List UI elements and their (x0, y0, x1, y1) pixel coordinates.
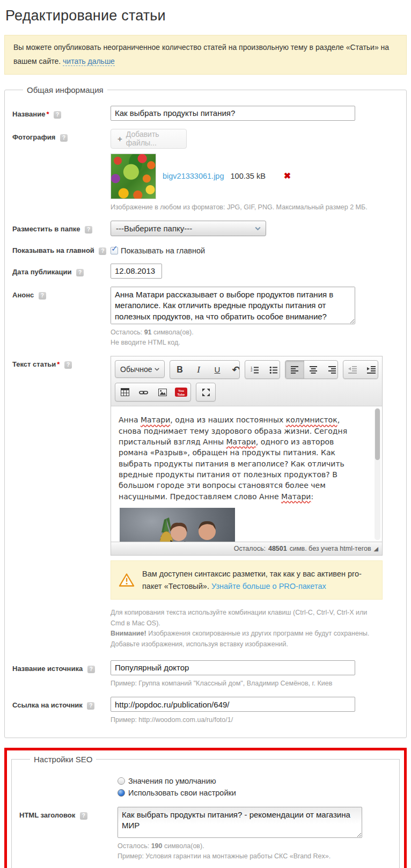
source-link-input[interactable] (111, 697, 355, 712)
pub-date-input[interactable] (111, 264, 162, 279)
align-center-icon (310, 366, 318, 374)
undo-button[interactable]: ↶ (226, 361, 240, 378)
html-title-row: HTML заголовок ? Как выбрать продукты пи… (19, 807, 392, 862)
photo-thumbnail[interactable] (111, 154, 156, 199)
help-icon[interactable]: ? (99, 247, 106, 255)
help-icon[interactable]: ? (76, 269, 84, 276)
show-on-main-checkbox-label[interactable]: Показывать на главной (121, 246, 205, 255)
svg-text:2: 2 (251, 369, 253, 372)
photo-format-hint: Изображение в любом из форматов: JPG, GI… (111, 202, 381, 213)
add-files-button[interactable]: + Добавить файлы... (111, 129, 187, 149)
pro-packages-link[interactable]: Узнайте больше о PRO-пакетах (211, 582, 326, 590)
seo-default-radio-label[interactable]: Значения по умолчанию (128, 777, 216, 785)
photo-filesize: 100.35 kB (231, 172, 266, 180)
align-right-button[interactable] (323, 361, 337, 378)
link-icon (139, 389, 148, 396)
insert-table-button[interactable] (115, 383, 134, 401)
chevron-down-icon (155, 368, 159, 371)
photo-label: Фотография ? (12, 129, 111, 142)
seo-mode-row: Значения по умолчанию Использовать свои … (19, 777, 392, 797)
intro-notice: Вы можете опубликовать неограниченное ко… (4, 35, 407, 75)
article-body-row: Текст статьи* ? Обычное B I (12, 356, 399, 649)
help-icon[interactable]: ? (87, 702, 94, 710)
help-icon[interactable]: ? (87, 666, 95, 673)
show-on-main-checkbox[interactable]: ✓ (111, 247, 118, 254)
plus-icon: + (118, 134, 122, 143)
seo-custom-radio-label[interactable]: Использовать свои настройки (128, 789, 236, 797)
ordered-list-icon: 12 (251, 366, 259, 374)
fullscreen-button[interactable] (196, 383, 215, 401)
photo-filename-link[interactable]: bigv21333061.jpg (163, 172, 224, 180)
align-button-group (285, 360, 337, 379)
folder-select[interactable]: ---Выберите папку--- (111, 221, 266, 236)
source-name-input[interactable] (111, 660, 355, 675)
help-icon[interactable]: ? (60, 134, 68, 142)
pub-date-label: Дата публикации ? (12, 264, 111, 277)
editor-content-area[interactable]: Анна Матари, одна из наших постоянных ко… (111, 406, 382, 542)
announce-textarea[interactable]: Анна Матари рассказывает о выборе продук… (111, 287, 355, 324)
source-name-label: Название источника ? (12, 660, 111, 674)
help-icon[interactable]: ? (54, 111, 61, 119)
announce-no-html-hint: Не вводите HTML код. (111, 339, 180, 346)
bullet-list-button[interactable] (264, 361, 280, 378)
help-icon[interactable]: ? (80, 812, 87, 820)
indent-icon (367, 366, 376, 374)
ordered-list-button[interactable]: 12 (245, 361, 264, 378)
svg-text:Tube: Tube (178, 393, 186, 396)
page-title: Редактирование статьи (5, 8, 407, 24)
youtube-button[interactable]: YouTube (172, 383, 190, 401)
folder-row: Разместить в папке ? ---Выберите папку--… (12, 221, 399, 236)
photo-row: Фотография ? + Добавить файлы... bigv213… (12, 129, 399, 213)
article-title-input[interactable] (111, 106, 355, 121)
announce-remaining-count: 91 (144, 329, 152, 336)
title-row: Название* ? (12, 106, 399, 121)
editor-paragraph: Анна Матари, одна из наших постоянных ко… (119, 415, 347, 500)
general-info-legend: Общая информация (23, 85, 107, 94)
svg-text:You: You (178, 389, 184, 392)
help-icon[interactable]: ? (85, 226, 92, 234)
seo-default-radio[interactable] (118, 777, 125, 785)
insert-button-group: YouTube (115, 383, 191, 402)
editor-toolbar: Обычное B I U ↶ 12 (111, 356, 382, 406)
align-right-icon (328, 366, 336, 374)
html-title-label: HTML заголовок ? (19, 807, 118, 820)
help-icon[interactable]: ? (39, 292, 46, 300)
outdent-button[interactable] (343, 361, 362, 378)
paragraph-style-select[interactable]: Обычное (115, 360, 165, 378)
undo-icon: ↶ (232, 364, 240, 375)
wysiwyg-editor: Обычное B I U ↶ 12 (111, 356, 383, 556)
insert-image-button[interactable] (153, 383, 172, 401)
show-on-main-label: Показывать на главной ? (12, 243, 111, 256)
editor-scrollbar[interactable] (375, 408, 380, 540)
format-button-group: B I U ↶ (170, 360, 240, 379)
chars-remaining-count: 48501 (268, 545, 287, 552)
seo-custom-radio[interactable] (118, 789, 125, 797)
editor-inline-photo[interactable] (120, 508, 235, 542)
seo-default-radio-line: Значения по умолчанию (118, 777, 392, 785)
announce-remaining: Осталось: 91 символа(ов). Не вводите HTM… (111, 327, 381, 348)
folder-select-value: ---Выберите папку--- (116, 224, 192, 233)
editor-scrollbar-thumb[interactable] (375, 409, 380, 460)
announce-row: Анонс ? Анна Матари рассказывает о выбор… (12, 287, 399, 348)
italic-button[interactable]: I (189, 361, 208, 378)
delete-photo-icon[interactable]: ✖ (284, 172, 291, 180)
bullet-list-icon (269, 366, 278, 374)
bold-button[interactable]: B (170, 361, 189, 378)
source-name-hint: Пример: Группа компаний "Классный дом", … (111, 679, 381, 689)
insert-link-button[interactable] (134, 383, 153, 401)
seo-custom-radio-line: Использовать свои настройки (118, 789, 392, 797)
indent-button[interactable] (362, 361, 378, 378)
help-icon[interactable]: ? (64, 361, 72, 369)
read-more-link[interactable]: читать дальше (63, 57, 115, 66)
underline-button[interactable]: U (208, 361, 226, 378)
outdent-icon (348, 366, 357, 374)
folder-label: Разместить в папке ? (12, 221, 111, 234)
fullscreen-icon (202, 388, 210, 397)
html-title-textarea[interactable]: Как выбрать продукты питания? - рекоменд… (118, 807, 362, 838)
align-center-button[interactable] (304, 361, 323, 378)
list-button-group: 12 (245, 360, 280, 379)
image-icon (158, 389, 167, 396)
resize-handle-icon[interactable]: ◢ (374, 545, 378, 552)
announce-label: Анонс ? (12, 287, 111, 300)
align-left-button[interactable] (285, 361, 304, 378)
